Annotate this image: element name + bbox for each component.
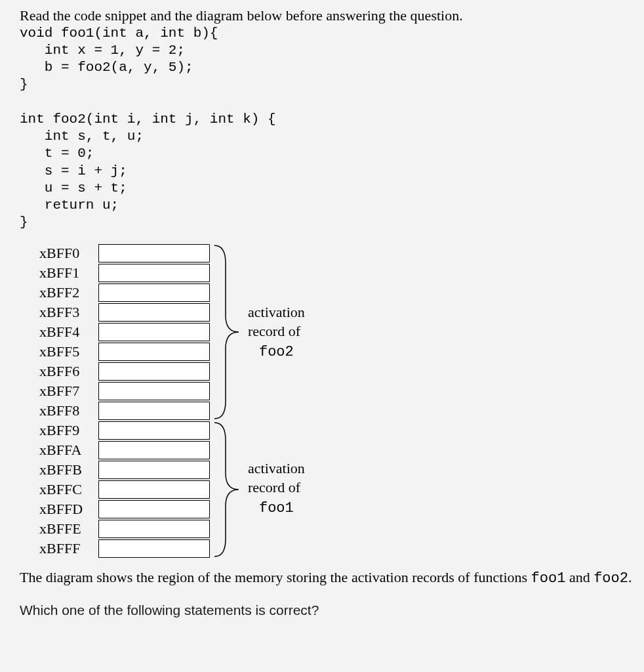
caption-code: foo1 [531, 570, 566, 587]
mem-address: xBFF5 [39, 343, 98, 360]
mem-address: xBFFD [39, 501, 98, 518]
label-foo1: activation record of foo1 [248, 459, 305, 518]
label-line: activation [248, 459, 305, 478]
mem-row: xBFF2 [39, 283, 210, 303]
caption-text: The diagram shows the region of the memo… [20, 569, 531, 585]
mem-address: xBFF9 [39, 422, 98, 439]
mem-row: xBFF0 [39, 243, 210, 263]
brace-foo2-icon [212, 243, 252, 421]
label-line: record of [248, 322, 305, 341]
mem-address: xBFFF [39, 540, 98, 557]
label-foo2: activation record of foo2 [248, 303, 305, 362]
mem-row: xBFFB [39, 460, 210, 480]
mem-row: xBFF9 [39, 421, 210, 440]
mem-cell [98, 303, 210, 322]
mem-address: xBFF3 [39, 304, 98, 321]
mem-row: xBFFD [39, 499, 210, 519]
caption-text: and [565, 569, 594, 585]
memory-diagram: xBFF0 xBFF1 xBFF2 xBFF3 xBFF4 xBFF5 xBFF… [20, 243, 632, 564]
caption-code: foo2 [594, 570, 628, 587]
brace-foo1-icon [212, 421, 252, 558]
mem-cell [98, 461, 210, 479]
mem-row: xBFFF [39, 539, 210, 558]
mem-row: xBFF6 [39, 362, 210, 381]
mem-cell [98, 362, 210, 381]
mem-cell [98, 500, 210, 518]
code-snippet: void foo1(int a, int b){ int x = 1, y = … [20, 25, 632, 232]
diagram-caption: The diagram shows the region of the memo… [20, 568, 632, 589]
mem-row: xBFF1 [39, 263, 210, 283]
mem-cell [98, 480, 210, 499]
mem-address: xBFFE [39, 520, 98, 537]
mem-row: xBFF7 [39, 381, 210, 401]
mem-row: xBFFC [39, 480, 210, 499]
mem-address: xBFF2 [39, 284, 98, 301]
mem-row: xBFF4 [39, 322, 210, 342]
mem-row: xBFF8 [39, 401, 210, 421]
intro-text: Read the code snippet and the diagram be… [20, 7, 632, 25]
caption-text: . [628, 569, 632, 585]
label-line: record of [248, 478, 305, 497]
mem-cell [98, 402, 210, 420]
mem-address: xBFF4 [39, 324, 98, 341]
mem-row: xBFFE [39, 519, 210, 539]
mem-cell [98, 520, 210, 538]
mem-cell [98, 264, 210, 282]
mem-row: xBFFA [39, 440, 210, 460]
mem-cell [98, 539, 210, 558]
mem-address: xBFF7 [39, 383, 98, 400]
mem-cell [98, 343, 210, 361]
mem-cell [98, 421, 210, 440]
question-text: Which one of the following statements is… [20, 602, 632, 618]
mem-address: xBFF0 [39, 245, 98, 262]
mem-address: xBFFB [39, 461, 98, 478]
mem-cell [98, 284, 210, 302]
label-line: activation [248, 303, 305, 322]
mem-address: xBFF8 [39, 402, 98, 419]
mem-cell [98, 441, 210, 459]
mem-address: xBFFA [39, 442, 98, 459]
mem-cell [98, 382, 210, 400]
mem-cell [98, 323, 210, 341]
mem-address: xBFF1 [39, 264, 98, 282]
mem-cell [98, 244, 210, 262]
label-line: foo1 [259, 500, 294, 516]
label-line: foo2 [259, 344, 294, 360]
mem-address: xBFF6 [39, 363, 98, 380]
mem-row: xBFF3 [39, 303, 210, 322]
mem-address: xBFFC [39, 481, 98, 498]
mem-row: xBFF5 [39, 342, 210, 362]
